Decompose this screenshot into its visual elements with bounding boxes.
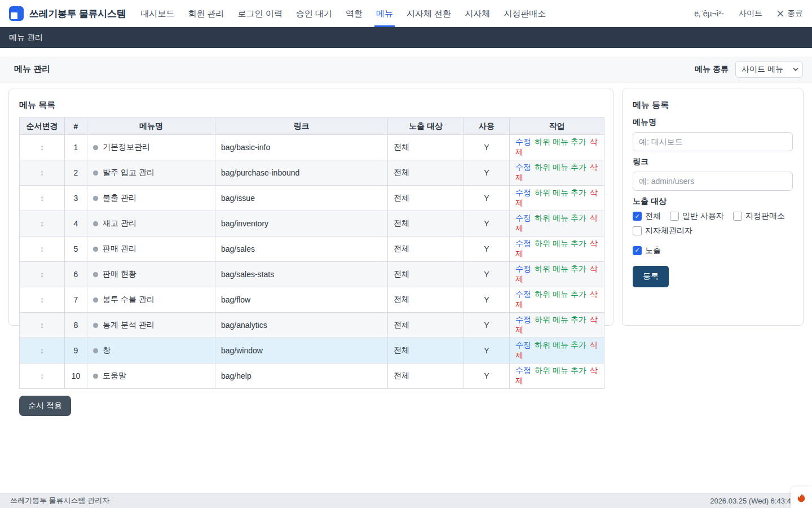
- table-row: ↕10도움말bag/help전체Y수정하위 메뉴 추가삭제: [20, 364, 604, 389]
- app-logo-icon: [9, 6, 24, 21]
- target-checkbox-4[interactable]: 지자체관리자: [633, 226, 692, 236]
- edit-link[interactable]: 수정: [515, 188, 531, 197]
- edit-link[interactable]: 수정: [515, 239, 531, 248]
- menu-link-label: 링크: [633, 157, 793, 167]
- edit-link[interactable]: 수정: [515, 366, 531, 375]
- menu-link: bag/basic-info: [215, 135, 388, 160]
- menu-list-title: 메뉴 목록: [19, 100, 603, 111]
- page-title: 메뉴 관리: [14, 64, 50, 75]
- checkbox-label: 일반 사용자: [682, 211, 724, 221]
- menu-name: 도움말: [103, 371, 126, 380]
- nav-item-2[interactable]: 회원 관리: [188, 0, 224, 27]
- site-link[interactable]: 사이트: [739, 8, 762, 19]
- visible-label: 노출: [645, 246, 661, 256]
- edit-link[interactable]: 수정: [515, 315, 531, 324]
- checkbox-label: 지정판매소: [745, 211, 785, 221]
- add-submenu-link[interactable]: 하위 메뉴 추가: [535, 213, 586, 222]
- nav-item-9[interactable]: 지정판매소: [504, 0, 546, 27]
- row-number: 6: [65, 262, 87, 287]
- drag-handle-icon[interactable]: ↕: [40, 270, 44, 279]
- menu-link: bag/purchase-inbound: [215, 160, 388, 186]
- menu-target: 전체: [388, 364, 464, 389]
- table-row: ↕5판매 관리bag/sales전체Y수정하위 메뉴 추가삭제: [20, 237, 604, 262]
- nav-item-6[interactable]: 메뉴: [376, 0, 393, 27]
- drag-handle-icon[interactable]: ↕: [40, 321, 44, 330]
- apply-order-button[interactable]: 순서 적용: [19, 396, 71, 416]
- edit-link[interactable]: 수정: [515, 137, 531, 146]
- edit-link[interactable]: 수정: [515, 264, 531, 273]
- nav-item-4[interactable]: 승인 대기: [296, 0, 332, 27]
- logout-label: 종료: [787, 8, 803, 19]
- menu-target: 전체: [388, 287, 464, 313]
- column-header-5: 노출 대상: [388, 118, 464, 135]
- nav-item-7[interactable]: 지자체 전환: [407, 0, 451, 27]
- drag-handle-icon[interactable]: ↕: [40, 346, 44, 355]
- menu-name-input[interactable]: [633, 132, 793, 151]
- checkbox-unchecked-icon: [633, 226, 642, 235]
- target-checkbox-1[interactable]: 전체: [633, 211, 661, 221]
- menu-link: bag/analytics: [215, 313, 388, 338]
- target-checkbox-2[interactable]: 일반 사용자: [670, 211, 724, 221]
- menu-name: 재고 관리: [103, 218, 136, 227]
- edit-link[interactable]: 수정: [515, 213, 531, 222]
- nav-item-5[interactable]: 역할: [346, 0, 363, 27]
- breadcrumb-bar: 메뉴 관리: [0, 27, 812, 48]
- main-content: 메뉴 목록 순서변경#메뉴명링크노출 대상사용작업 ↕1기본정보관리bag/ba…: [0, 82, 812, 326]
- menu-list-panel: 메뉴 목록 순서변경#메뉴명링크노출 대상사용작업 ↕1기본정보관리bag/ba…: [8, 89, 614, 326]
- menu-name-label: 메뉴명: [633, 117, 793, 128]
- drag-handle-icon[interactable]: ↕: [40, 371, 44, 380]
- target-checkbox-3[interactable]: 지정판매소: [733, 211, 785, 221]
- add-submenu-link[interactable]: 하위 메뉴 추가: [535, 137, 586, 146]
- row-number: 4: [65, 211, 87, 237]
- nav-item-8[interactable]: 지자체: [465, 0, 490, 27]
- menu-name: 기본정보관리: [103, 142, 150, 151]
- target-checkbox-line-2: 지자체관리자: [633, 226, 793, 236]
- drag-handle-icon[interactable]: ↕: [40, 295, 44, 304]
- edit-link[interactable]: 수정: [515, 163, 531, 172]
- table-row: ↕2발주 입고 관리bag/purchase-inbound전체Y수정하위 메뉴…: [20, 160, 604, 186]
- edit-link[interactable]: 수정: [515, 340, 531, 349]
- row-number: 8: [65, 313, 87, 338]
- checkbox-checked-icon: [633, 246, 642, 255]
- drag-handle-icon[interactable]: ↕: [40, 143, 44, 152]
- edit-link[interactable]: 수정: [515, 290, 531, 299]
- table-header-row: 순서변경#메뉴명링크노출 대상사용작업: [20, 118, 604, 135]
- logout-button[interactable]: 종료: [777, 8, 803, 19]
- breadcrumb: 메뉴 관리: [9, 33, 43, 43]
- bullet-icon: [93, 297, 98, 303]
- menu-name: 판매 관리: [103, 244, 136, 253]
- bullet-icon: [93, 374, 98, 379]
- menu-type-select[interactable]: 사이트 메뉴: [735, 61, 803, 78]
- checkbox-checked-icon: [633, 212, 642, 221]
- drag-handle-icon[interactable]: ↕: [40, 219, 44, 228]
- menu-link-input[interactable]: [633, 172, 793, 191]
- target-checkbox-line-1: 전체일반 사용자지정판매소: [633, 211, 793, 221]
- add-submenu-link[interactable]: 하위 메뉴 추가: [535, 290, 586, 299]
- table-row: ↕6판매 현황bag/sales-stats전체Y수정하위 메뉴 추가삭제: [20, 262, 604, 287]
- bullet-icon: [93, 247, 98, 252]
- drag-handle-icon[interactable]: ↕: [40, 168, 44, 177]
- register-button[interactable]: 등록: [633, 266, 669, 287]
- add-submenu-link[interactable]: 하위 메뉴 추가: [535, 340, 586, 349]
- debug-toolbar-button[interactable]: [791, 487, 812, 508]
- nav-item-3[interactable]: 로그인 이력: [238, 0, 283, 27]
- add-submenu-link[interactable]: 하위 메뉴 추가: [535, 366, 586, 375]
- table-row: ↕7봉투 수불 관리bag/flow전체Y수정하위 메뉴 추가삭제: [20, 287, 604, 313]
- checkbox-label: 전체: [645, 211, 661, 221]
- column-header-7: 작업: [510, 118, 604, 135]
- row-number: 2: [65, 160, 87, 186]
- menu-register-panel: 메뉴 등록 메뉴명 링크 노출 대상 전체일반 사용자지정판매소 지자체관리자 …: [622, 89, 804, 326]
- add-submenu-link[interactable]: 하위 메뉴 추가: [535, 315, 586, 324]
- add-submenu-link[interactable]: 하위 메뉴 추가: [535, 239, 586, 248]
- drag-handle-icon[interactable]: ↕: [40, 244, 44, 253]
- visible-checkbox[interactable]: 노출: [633, 246, 661, 256]
- app-title: 쓰레기봉투 물류시스템: [29, 7, 126, 20]
- menu-target: 전체: [388, 160, 464, 186]
- menu-link: bag/inventory: [215, 211, 388, 237]
- add-submenu-link[interactable]: 하위 메뉴 추가: [535, 163, 586, 172]
- add-submenu-link[interactable]: 하위 메뉴 추가: [535, 188, 586, 197]
- nav-item-1[interactable]: 대시보드: [140, 0, 174, 27]
- drag-handle-icon[interactable]: ↕: [40, 194, 44, 203]
- add-submenu-link[interactable]: 하위 메뉴 추가: [535, 264, 586, 273]
- menu-link: bag/issue: [215, 186, 388, 211]
